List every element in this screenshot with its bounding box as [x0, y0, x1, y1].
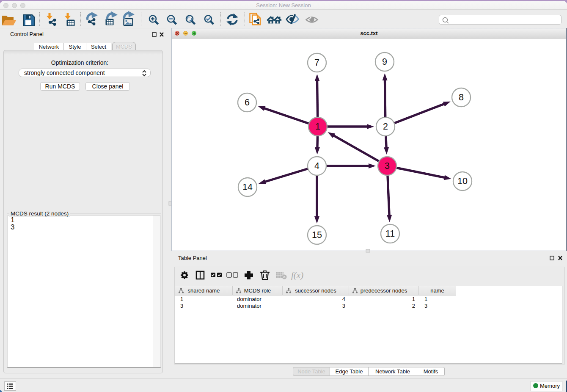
svg-text:6: 6 — [245, 97, 250, 108]
svg-text:8: 8 — [459, 92, 464, 102]
svg-text:9: 9 — [382, 57, 387, 67]
svg-text:f(x): f(x) — [291, 270, 303, 280]
svg-text:3: 3 — [385, 161, 390, 171]
svg-text:2: 2 — [383, 121, 388, 132]
svg-text:10: 10 — [457, 176, 468, 186]
svg-text:4: 4 — [314, 161, 319, 171]
svg-text:7: 7 — [314, 58, 319, 68]
svg-text:14: 14 — [242, 182, 253, 192]
svg-text:15: 15 — [312, 230, 322, 240]
svg-text:11: 11 — [385, 229, 395, 239]
svg-text:1: 1 — [315, 121, 320, 132]
